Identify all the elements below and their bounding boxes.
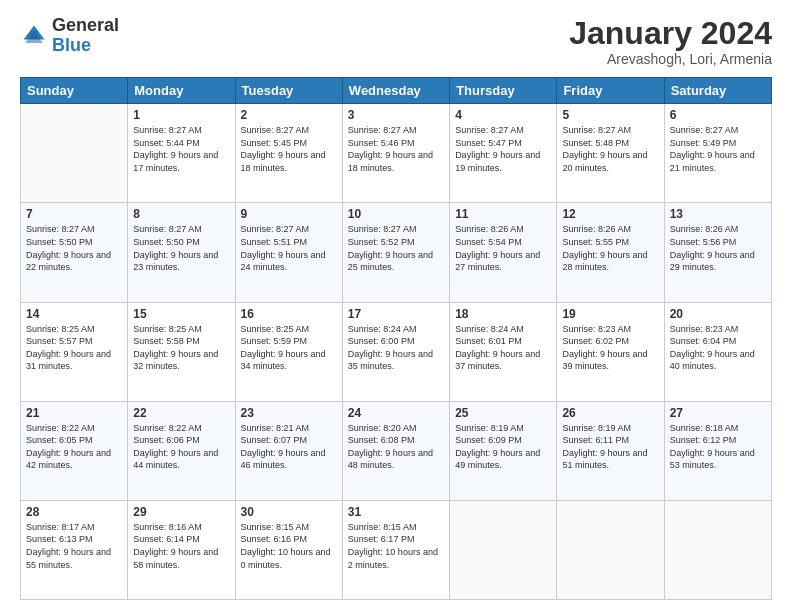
logo-general-text: General bbox=[52, 15, 119, 35]
day-number: 6 bbox=[670, 108, 766, 122]
weekday-header-thursday: Thursday bbox=[450, 78, 557, 104]
day-number: 25 bbox=[455, 406, 551, 420]
weekday-header-row: SundayMondayTuesdayWednesdayThursdayFrid… bbox=[21, 78, 772, 104]
day-info: Sunrise: 8:22 AMSunset: 6:06 PMDaylight:… bbox=[133, 423, 218, 471]
calendar-cell bbox=[21, 104, 128, 203]
day-info: Sunrise: 8:26 AMSunset: 5:56 PMDaylight:… bbox=[670, 224, 755, 272]
day-number: 13 bbox=[670, 207, 766, 221]
day-number: 15 bbox=[133, 307, 229, 321]
calendar-cell: 9Sunrise: 8:27 AMSunset: 5:51 PMDaylight… bbox=[235, 203, 342, 302]
calendar-cell: 26Sunrise: 8:19 AMSunset: 6:11 PMDayligh… bbox=[557, 401, 664, 500]
day-info: Sunrise: 8:27 AMSunset: 5:48 PMDaylight:… bbox=[562, 125, 647, 173]
day-number: 3 bbox=[348, 108, 444, 122]
day-number: 31 bbox=[348, 505, 444, 519]
day-number: 29 bbox=[133, 505, 229, 519]
weekday-header-saturday: Saturday bbox=[664, 78, 771, 104]
weekday-header-monday: Monday bbox=[128, 78, 235, 104]
day-info: Sunrise: 8:24 AMSunset: 6:00 PMDaylight:… bbox=[348, 324, 433, 372]
week-row-2: 14Sunrise: 8:25 AMSunset: 5:57 PMDayligh… bbox=[21, 302, 772, 401]
day-number: 19 bbox=[562, 307, 658, 321]
location-subtitle: Arevashogh, Lori, Armenia bbox=[569, 51, 772, 67]
calendar-table: SundayMondayTuesdayWednesdayThursdayFrid… bbox=[20, 77, 772, 600]
day-number: 5 bbox=[562, 108, 658, 122]
day-info: Sunrise: 8:21 AMSunset: 6:07 PMDaylight:… bbox=[241, 423, 326, 471]
calendar-cell: 4Sunrise: 8:27 AMSunset: 5:47 PMDaylight… bbox=[450, 104, 557, 203]
calendar-cell: 28Sunrise: 8:17 AMSunset: 6:13 PMDayligh… bbox=[21, 500, 128, 599]
day-info: Sunrise: 8:27 AMSunset: 5:49 PMDaylight:… bbox=[670, 125, 755, 173]
calendar-cell: 31Sunrise: 8:15 AMSunset: 6:17 PMDayligh… bbox=[342, 500, 449, 599]
day-info: Sunrise: 8:25 AMSunset: 5:59 PMDaylight:… bbox=[241, 324, 326, 372]
weekday-header-wednesday: Wednesday bbox=[342, 78, 449, 104]
title-block: January 2024 Arevashogh, Lori, Armenia bbox=[569, 16, 772, 67]
day-info: Sunrise: 8:27 AMSunset: 5:52 PMDaylight:… bbox=[348, 224, 433, 272]
calendar-cell: 18Sunrise: 8:24 AMSunset: 6:01 PMDayligh… bbox=[450, 302, 557, 401]
calendar-cell: 3Sunrise: 8:27 AMSunset: 5:46 PMDaylight… bbox=[342, 104, 449, 203]
day-info: Sunrise: 8:20 AMSunset: 6:08 PMDaylight:… bbox=[348, 423, 433, 471]
calendar-cell: 21Sunrise: 8:22 AMSunset: 6:05 PMDayligh… bbox=[21, 401, 128, 500]
logo-blue-text: Blue bbox=[52, 35, 91, 55]
day-number: 30 bbox=[241, 505, 337, 519]
day-number: 22 bbox=[133, 406, 229, 420]
day-number: 17 bbox=[348, 307, 444, 321]
calendar-cell bbox=[557, 500, 664, 599]
calendar-cell: 20Sunrise: 8:23 AMSunset: 6:04 PMDayligh… bbox=[664, 302, 771, 401]
day-number: 21 bbox=[26, 406, 122, 420]
month-title: January 2024 bbox=[569, 16, 772, 51]
calendar-cell: 27Sunrise: 8:18 AMSunset: 6:12 PMDayligh… bbox=[664, 401, 771, 500]
day-number: 20 bbox=[670, 307, 766, 321]
day-info: Sunrise: 8:22 AMSunset: 6:05 PMDaylight:… bbox=[26, 423, 111, 471]
day-number: 27 bbox=[670, 406, 766, 420]
page: General Blue January 2024 Arevashogh, Lo… bbox=[0, 0, 792, 612]
day-info: Sunrise: 8:19 AMSunset: 6:09 PMDaylight:… bbox=[455, 423, 540, 471]
day-number: 7 bbox=[26, 207, 122, 221]
calendar-cell: 25Sunrise: 8:19 AMSunset: 6:09 PMDayligh… bbox=[450, 401, 557, 500]
calendar-cell: 13Sunrise: 8:26 AMSunset: 5:56 PMDayligh… bbox=[664, 203, 771, 302]
day-info: Sunrise: 8:25 AMSunset: 5:58 PMDaylight:… bbox=[133, 324, 218, 372]
calendar-cell bbox=[450, 500, 557, 599]
calendar-cell: 12Sunrise: 8:26 AMSunset: 5:55 PMDayligh… bbox=[557, 203, 664, 302]
day-number: 1 bbox=[133, 108, 229, 122]
calendar-cell: 22Sunrise: 8:22 AMSunset: 6:06 PMDayligh… bbox=[128, 401, 235, 500]
day-info: Sunrise: 8:27 AMSunset: 5:51 PMDaylight:… bbox=[241, 224, 326, 272]
day-number: 26 bbox=[562, 406, 658, 420]
day-info: Sunrise: 8:27 AMSunset: 5:45 PMDaylight:… bbox=[241, 125, 326, 173]
calendar-cell: 2Sunrise: 8:27 AMSunset: 5:45 PMDaylight… bbox=[235, 104, 342, 203]
weekday-header-sunday: Sunday bbox=[21, 78, 128, 104]
day-info: Sunrise: 8:26 AMSunset: 5:54 PMDaylight:… bbox=[455, 224, 540, 272]
day-number: 9 bbox=[241, 207, 337, 221]
day-number: 16 bbox=[241, 307, 337, 321]
day-info: Sunrise: 8:27 AMSunset: 5:50 PMDaylight:… bbox=[26, 224, 111, 272]
day-number: 23 bbox=[241, 406, 337, 420]
day-info: Sunrise: 8:15 AMSunset: 6:17 PMDaylight:… bbox=[348, 522, 438, 570]
calendar-cell: 10Sunrise: 8:27 AMSunset: 5:52 PMDayligh… bbox=[342, 203, 449, 302]
day-number: 2 bbox=[241, 108, 337, 122]
day-info: Sunrise: 8:18 AMSunset: 6:12 PMDaylight:… bbox=[670, 423, 755, 471]
day-info: Sunrise: 8:17 AMSunset: 6:13 PMDaylight:… bbox=[26, 522, 111, 570]
calendar-cell: 29Sunrise: 8:16 AMSunset: 6:14 PMDayligh… bbox=[128, 500, 235, 599]
weekday-header-tuesday: Tuesday bbox=[235, 78, 342, 104]
day-number: 12 bbox=[562, 207, 658, 221]
day-info: Sunrise: 8:19 AMSunset: 6:11 PMDaylight:… bbox=[562, 423, 647, 471]
logo-icon bbox=[20, 22, 48, 50]
week-row-1: 7Sunrise: 8:27 AMSunset: 5:50 PMDaylight… bbox=[21, 203, 772, 302]
calendar-cell bbox=[664, 500, 771, 599]
weekday-header-friday: Friday bbox=[557, 78, 664, 104]
calendar-cell: 11Sunrise: 8:26 AMSunset: 5:54 PMDayligh… bbox=[450, 203, 557, 302]
day-info: Sunrise: 8:25 AMSunset: 5:57 PMDaylight:… bbox=[26, 324, 111, 372]
calendar-cell: 14Sunrise: 8:25 AMSunset: 5:57 PMDayligh… bbox=[21, 302, 128, 401]
calendar-cell: 24Sunrise: 8:20 AMSunset: 6:08 PMDayligh… bbox=[342, 401, 449, 500]
day-info: Sunrise: 8:27 AMSunset: 5:50 PMDaylight:… bbox=[133, 224, 218, 272]
day-info: Sunrise: 8:27 AMSunset: 5:44 PMDaylight:… bbox=[133, 125, 218, 173]
day-info: Sunrise: 8:27 AMSunset: 5:47 PMDaylight:… bbox=[455, 125, 540, 173]
day-info: Sunrise: 8:23 AMSunset: 6:02 PMDaylight:… bbox=[562, 324, 647, 372]
calendar-cell: 7Sunrise: 8:27 AMSunset: 5:50 PMDaylight… bbox=[21, 203, 128, 302]
day-number: 11 bbox=[455, 207, 551, 221]
day-number: 24 bbox=[348, 406, 444, 420]
day-number: 10 bbox=[348, 207, 444, 221]
day-number: 18 bbox=[455, 307, 551, 321]
day-info: Sunrise: 8:27 AMSunset: 5:46 PMDaylight:… bbox=[348, 125, 433, 173]
calendar-cell: 6Sunrise: 8:27 AMSunset: 5:49 PMDaylight… bbox=[664, 104, 771, 203]
day-info: Sunrise: 8:24 AMSunset: 6:01 PMDaylight:… bbox=[455, 324, 540, 372]
week-row-3: 21Sunrise: 8:22 AMSunset: 6:05 PMDayligh… bbox=[21, 401, 772, 500]
day-number: 4 bbox=[455, 108, 551, 122]
